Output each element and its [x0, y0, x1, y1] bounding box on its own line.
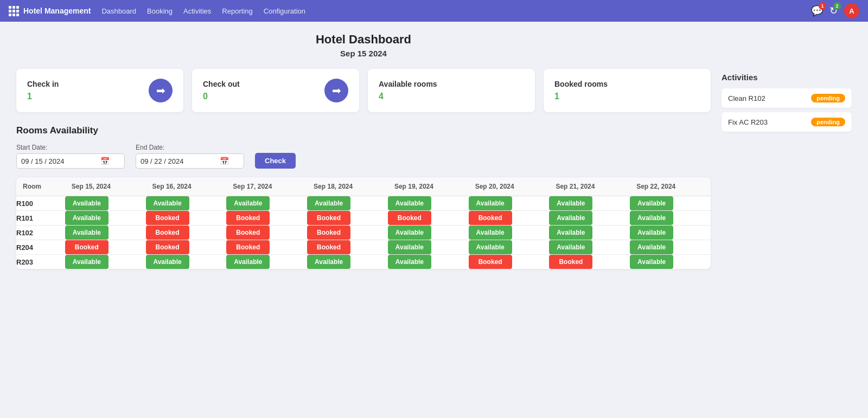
nav-activities[interactable]: Activities	[183, 7, 211, 15]
booked-rooms-card: Booked rooms 1	[544, 69, 711, 112]
status-badge: Booked	[307, 240, 350, 254]
notifications-button[interactable]: 💬 1	[811, 5, 823, 17]
status-cell: Booked	[307, 211, 388, 226]
user-avatar[interactable]: A	[844, 3, 859, 18]
activity-status-badge: pending	[811, 94, 845, 102]
activity-item[interactable]: Clean R102pending	[722, 88, 852, 108]
activity-item[interactable]: Fix AC R203pending	[722, 112, 852, 132]
col-sep19: Sep 19, 2024	[388, 177, 469, 196]
status-cell: Available	[65, 226, 146, 240]
status-badge: Available	[469, 226, 512, 240]
status-cell: Available	[307, 255, 388, 269]
status-cell: Available	[630, 211, 711, 226]
status-badge: Available	[146, 255, 189, 269]
status-badge: Booked	[226, 240, 270, 254]
end-date-input[interactable]	[141, 157, 216, 165]
room-cell: R101	[16, 211, 65, 226]
checkout-icon-btn[interactable]: ➡	[324, 79, 348, 102]
room-cell: R203	[16, 255, 65, 269]
status-cell: Booked	[146, 226, 227, 240]
status-cell: Booked	[388, 211, 469, 226]
col-sep21: Sep 21, 2024	[549, 177, 630, 196]
status-cell: Available	[469, 196, 550, 211]
checkout-info: Check out 0	[203, 80, 240, 101]
status-cell: Available	[388, 255, 469, 269]
status-cell: Booked	[226, 240, 307, 255]
start-date-calendar-icon[interactable]: 📅	[100, 157, 110, 165]
nav-menu: Dashboard Booking Activities Reporting C…	[101, 7, 305, 15]
navbar-brand[interactable]: Hotel Management	[9, 6, 91, 16]
nav-configuration[interactable]: Configuration	[264, 7, 305, 15]
page-date: Sep 15 2024	[16, 49, 711, 58]
navbar: Hotel Management Dashboard Booking Activ…	[0, 0, 868, 22]
status-badge: Available	[549, 226, 592, 240]
status-badge: Available	[630, 255, 673, 269]
status-badge: Booked	[469, 211, 512, 225]
page-title: Hotel Dashboard	[16, 33, 711, 47]
status-badge: Booked	[388, 211, 431, 225]
status-badge: Available	[630, 196, 673, 210]
status-badge: Booked	[146, 240, 189, 254]
notification-badge: 1	[819, 2, 826, 10]
status-cell: Available	[630, 240, 711, 255]
status-badge: Available	[549, 196, 592, 210]
logout-icon: ➡	[332, 84, 341, 97]
end-date-wrap: 📅	[136, 153, 244, 169]
summary-cards: Check in 1 ➡ Check out 0 ➡ Available r	[16, 69, 711, 112]
checkin-icon-btn[interactable]: ➡	[149, 79, 173, 102]
status-badge: Available	[226, 196, 270, 210]
activity-name: Fix AC R203	[728, 118, 768, 126]
status-cell: Booked	[146, 240, 227, 255]
nav-reporting[interactable]: Reporting	[222, 7, 252, 15]
status-badge: Available	[630, 240, 673, 254]
checkin-card[interactable]: Check in 1 ➡	[16, 69, 183, 112]
table-row: R102AvailableBookedBookedBookedAvailable…	[16, 226, 711, 240]
col-sep16: Sep 16, 2024	[146, 177, 227, 196]
left-content: Hotel Dashboard Sep 15 2024 Check in 1 ➡…	[16, 33, 711, 269]
end-date-field: End Date: 📅	[136, 144, 244, 169]
status-badge: Booked	[146, 211, 189, 225]
status-badge: Available	[549, 211, 592, 225]
status-cell: Booked	[549, 255, 630, 269]
checkout-card[interactable]: Check out 0 ➡	[192, 69, 359, 112]
status-badge: Available	[388, 255, 431, 269]
nav-booking[interactable]: Booking	[147, 7, 173, 15]
start-date-field: Start Date: 📅	[16, 144, 125, 169]
room-cell: R102	[16, 226, 65, 240]
status-cell: Booked	[65, 240, 146, 255]
status-cell: Available	[146, 255, 227, 269]
start-date-label: Start Date:	[16, 144, 125, 151]
status-cell: Available	[630, 226, 711, 240]
status-cell: Available	[549, 196, 630, 211]
col-sep22: Sep 22, 2024	[630, 177, 711, 196]
navbar-right: 💬 1 ↻ 2 A	[811, 3, 859, 18]
status-cell: Available	[469, 240, 550, 255]
status-cell: Available	[388, 196, 469, 211]
status-badge: Booked	[226, 226, 270, 240]
status-badge: Available	[388, 196, 431, 210]
status-cell: Available	[146, 196, 227, 211]
table-row: R204BookedBookedBookedBookedAvailableAva…	[16, 240, 711, 255]
status-cell: Available	[388, 240, 469, 255]
available-rooms-label: Available rooms	[379, 80, 437, 88]
status-cell: Booked	[226, 226, 307, 240]
activity-status-badge: pending	[811, 118, 845, 126]
status-cell: Available	[65, 255, 146, 269]
table-row: R100AvailableAvailableAvailableAvailable…	[16, 196, 711, 211]
col-sep18: Sep 18, 2024	[307, 177, 388, 196]
activities-list: Clean R102pendingFix AC R203pending	[722, 88, 852, 132]
status-cell: Booked	[226, 211, 307, 226]
check-button[interactable]: Check	[255, 153, 296, 169]
available-rooms-card: Available rooms 4	[368, 69, 535, 112]
status-badge: Booked	[307, 211, 350, 225]
refresh-button[interactable]: ↻ 2	[829, 5, 838, 17]
col-sep17: Sep 17, 2024	[226, 177, 307, 196]
status-cell: Available	[549, 240, 630, 255]
room-cell: R204	[16, 240, 65, 255]
status-badge: Available	[146, 196, 189, 210]
table-header-row: Room Sep 15, 2024 Sep 16, 2024 Sep 17, 2…	[16, 177, 711, 196]
start-date-input[interactable]	[21, 157, 97, 165]
checkout-label: Check out	[203, 80, 240, 88]
end-date-calendar-icon[interactable]: 📅	[220, 157, 229, 165]
nav-dashboard[interactable]: Dashboard	[101, 7, 136, 15]
